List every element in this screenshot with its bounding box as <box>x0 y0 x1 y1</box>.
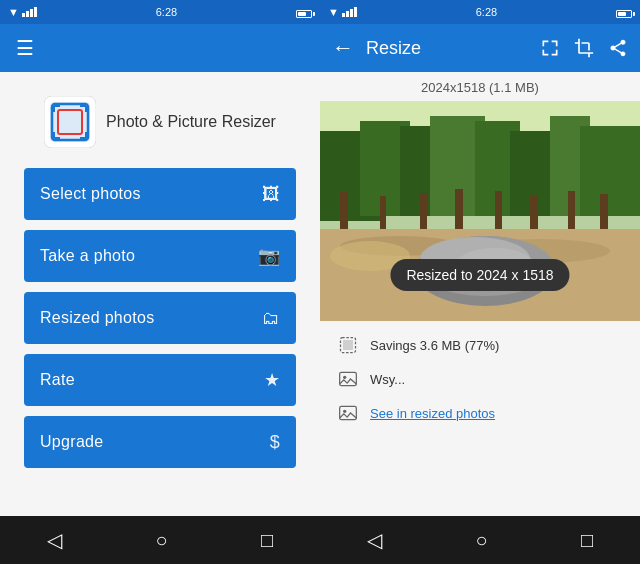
svg-rect-22 <box>340 191 348 231</box>
select-photos-label: Select photos <box>40 185 141 203</box>
fullscreen-icon[interactable] <box>540 38 560 58</box>
bottom-nav-right: ◁ ○ □ <box>320 516 640 564</box>
menu-buttons: Select photos 🖼 Take a photo 📷 Resized p… <box>0 168 320 516</box>
image-dimensions: 2024x1518 (1.1 MB) <box>421 80 539 95</box>
app-logo <box>44 96 96 148</box>
see-link-icon <box>336 401 360 425</box>
savings-text: Savings 3.6 MB (77%) <box>370 338 499 353</box>
right-wifi-icon: ▼ <box>328 6 339 18</box>
svg-rect-42 <box>340 406 357 419</box>
image-container: Resized to 2024 x 1518 <box>320 101 640 321</box>
wsy-row: Wsy... <box>336 367 624 391</box>
svg-rect-24 <box>420 193 427 231</box>
rate-label: Rate <box>40 371 75 389</box>
left-right-icons <box>296 6 312 18</box>
right-home-nav-icon[interactable]: ○ <box>475 529 487 552</box>
svg-rect-27 <box>530 196 538 231</box>
crop-icon[interactable] <box>574 38 594 58</box>
svg-rect-28 <box>568 191 575 231</box>
left-time: 6:28 <box>156 6 177 18</box>
right-recents-nav-icon[interactable]: □ <box>581 529 593 552</box>
app-name: Photo & Picture Resizer <box>106 113 276 131</box>
svg-rect-29 <box>600 194 608 231</box>
take-photo-btn[interactable]: Take a photo 📷 <box>24 230 296 282</box>
status-bar-right: ▼ 6:28 <box>320 0 640 24</box>
see-in-resized-photos-link[interactable]: See in resized photos <box>370 406 495 421</box>
upgrade-btn[interactable]: Upgrade $ <box>24 416 296 468</box>
savings-icon <box>336 333 360 357</box>
top-bar-right: ← Resize <box>320 24 640 72</box>
resize-tooltip: Resized to 2024 x 1518 <box>390 259 569 291</box>
back-icon[interactable]: ← <box>332 35 354 61</box>
svg-rect-1 <box>50 102 90 142</box>
dollar-icon: $ <box>270 432 280 453</box>
app-branding: Photo & Picture Resizer <box>0 72 320 168</box>
see-link-row: See in resized photos <box>336 401 624 425</box>
left-panel: ▼ 6:28 ☰ <box>0 0 320 564</box>
upgrade-label: Upgrade <box>40 433 103 451</box>
select-photos-btn[interactable]: Select photos 🖼 <box>24 168 296 220</box>
savings-row: Savings 3.6 MB (77%) <box>336 333 624 357</box>
share-icon[interactable] <box>608 38 628 58</box>
svg-rect-21 <box>580 126 640 216</box>
right-right-icons <box>616 6 632 18</box>
photo-gallery-icon: 🖼 <box>262 184 280 205</box>
svg-point-41 <box>343 376 346 379</box>
right-panel: ▼ 6:28 ← Resize <box>320 0 640 564</box>
resize-details: Savings 3.6 MB (77%) Wsy... See in res <box>320 321 640 437</box>
home-nav-icon[interactable]: ○ <box>155 529 167 552</box>
svg-rect-25 <box>455 189 463 231</box>
resized-photos-label: Resized photos <box>40 309 155 327</box>
photo-icon <box>336 367 360 391</box>
resize-title: Resize <box>366 38 528 59</box>
folder-icon: 🗂 <box>262 308 280 329</box>
camera-icon: 📷 <box>258 245 280 267</box>
recents-nav-icon[interactable]: □ <box>261 529 273 552</box>
svg-point-43 <box>343 410 346 413</box>
right-back-nav-icon[interactable]: ◁ <box>367 528 382 552</box>
take-photo-label: Take a photo <box>40 247 135 265</box>
top-bar-actions <box>540 38 628 58</box>
right-signal-icon <box>342 7 357 17</box>
rate-btn[interactable]: Rate ★ <box>24 354 296 406</box>
bottom-nav-left: ◁ ○ □ <box>0 516 320 564</box>
star-icon: ★ <box>264 369 280 391</box>
svg-rect-39 <box>343 340 353 350</box>
svg-rect-40 <box>340 372 357 385</box>
battery-icon <box>296 6 312 18</box>
right-time: 6:28 <box>476 6 497 18</box>
svg-rect-23 <box>380 196 386 231</box>
resized-photos-btn[interactable]: Resized photos 🗂 <box>24 292 296 344</box>
wifi-icon: ▼ <box>8 6 19 18</box>
image-info-bar: 2024x1518 (1.1 MB) <box>320 72 640 101</box>
right-battery-icon <box>616 6 632 18</box>
top-bar-left: ☰ <box>0 24 320 72</box>
signal-icon <box>22 7 37 17</box>
right-status-icons: ▼ <box>328 6 357 18</box>
svg-rect-26 <box>495 191 502 231</box>
hamburger-icon[interactable]: ☰ <box>16 36 34 60</box>
left-status-icons: ▼ <box>8 6 37 18</box>
back-nav-icon[interactable]: ◁ <box>47 528 62 552</box>
status-bar-left: ▼ 6:28 <box>0 0 320 24</box>
wsy-text: Wsy... <box>370 372 405 387</box>
